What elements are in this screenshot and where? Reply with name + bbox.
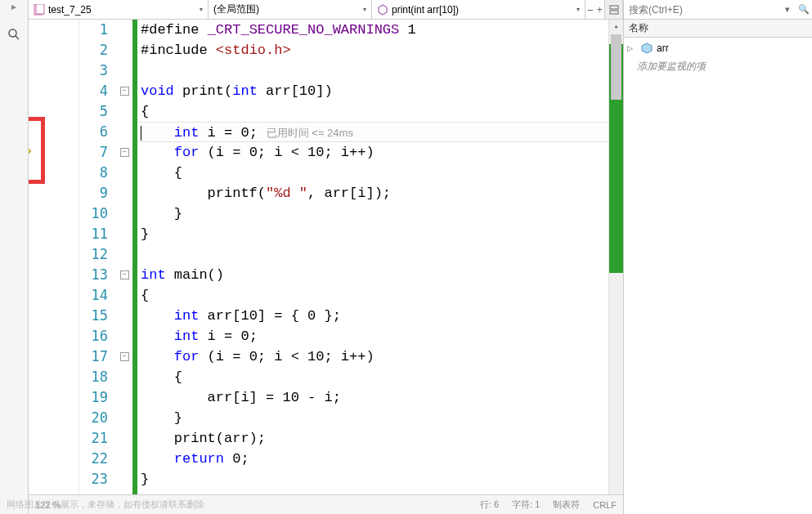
fold-toggle-icon[interactable]: − — [120, 352, 129, 361]
nav-plus-button[interactable]: ‒ + — [585, 0, 605, 19]
line-number: 21 — [79, 428, 108, 449]
svg-point-0 — [9, 29, 16, 37]
code-line[interactable]: int i = 0; 已用时间 <= 24ms — [137, 122, 608, 142]
code-line[interactable]: { — [137, 101, 608, 122]
fold-cell — [116, 183, 132, 203]
line-number: 1 — [79, 20, 108, 40]
code-line[interactable]: print(arr); — [137, 428, 608, 449]
line-number: 12 — [79, 244, 108, 265]
fold-cell[interactable]: − — [116, 265, 132, 285]
navigation-bar: test_7_25 ▾ (全局范围) ▾ print(int arr[10]) … — [29, 0, 623, 20]
fold-cell — [116, 101, 132, 122]
scroll-up-icon[interactable]: ▴ — [609, 20, 623, 34]
fold-toggle-icon[interactable]: − — [120, 87, 129, 96]
fold-cell — [116, 20, 132, 40]
code-line[interactable] — [137, 244, 608, 265]
code-line[interactable]: return 0; — [137, 449, 608, 469]
svg-rect-5 — [610, 11, 618, 14]
watch-search[interactable]: ▾ 🔍 — [624, 0, 812, 20]
member-label: print(int arr[10]) — [392, 4, 459, 16]
breakpoint-margin[interactable] — [29, 20, 79, 494]
search-dropdown-icon[interactable]: ▾ — [779, 4, 796, 15]
code-line[interactable]: arr[i] = 10 - i; — [137, 387, 608, 408]
dropdown-icon: ▾ — [363, 6, 366, 13]
code-line[interactable]: { — [137, 163, 608, 183]
line-number: 10 — [79, 203, 108, 224]
watch-list: ▷ arr 添加要监视的项 — [624, 38, 812, 514]
line-number: 9 — [79, 183, 108, 203]
watch-item[interactable]: ▷ arr — [624, 39, 812, 57]
vertical-scrollbar[interactable]: ▴ — [608, 20, 623, 494]
fold-cell[interactable]: − — [116, 346, 132, 367]
line-number: 16 — [79, 326, 108, 346]
svg-rect-3 — [36, 4, 44, 14]
expand-icon[interactable]: ▷ — [627, 44, 637, 52]
file-scope-combo[interactable]: test_7_25 ▾ — [29, 0, 209, 19]
fold-cell — [116, 285, 132, 306]
watch-add-hint[interactable]: 添加要监视的项 — [624, 57, 812, 75]
code-line[interactable] — [137, 60, 608, 81]
fold-cell — [116, 387, 132, 408]
fold-cell — [116, 203, 132, 224]
fold-toggle-icon[interactable]: − — [120, 148, 129, 157]
fold-cell — [116, 122, 132, 142]
code-line[interactable]: printf("%d ", arr[i]); — [137, 183, 608, 203]
line-number: 5 — [79, 101, 108, 122]
code-line[interactable]: int main() — [137, 265, 608, 285]
fold-cell[interactable]: − — [116, 81, 132, 101]
line-number: 13 — [79, 265, 108, 285]
scope-combo[interactable]: (全局范围) ▾ — [209, 0, 372, 19]
search-go-icon[interactable]: 🔍 — [796, 4, 812, 15]
scrollbar-thumb[interactable] — [611, 34, 621, 100]
search-icon[interactable] — [7, 28, 20, 41]
watch-panel: ▾ 🔍 名称 ▷ arr 添加要监视的项 — [624, 0, 812, 514]
variable-icon — [640, 42, 653, 54]
watermark-text: 网络图片仅供展示，未存储，如有侵权请联系删除 — [7, 498, 204, 511]
execution-pointer-icon — [29, 144, 32, 159]
dropdown-icon: ▾ — [200, 6, 203, 13]
collapse-triangle-icon[interactable] — [10, 3, 18, 11]
code-line[interactable]: } — [137, 224, 608, 244]
code-line[interactable]: for (i = 0; i < 10; i++) — [137, 346, 608, 367]
code-line[interactable]: int arr[10] = { 0 }; — [137, 306, 608, 326]
status-crlf: CRLF — [593, 500, 617, 510]
line-number: 8 — [79, 163, 108, 183]
line-number: 15 — [79, 306, 108, 326]
line-number: 17 — [79, 346, 108, 367]
fold-toggle-icon[interactable]: − — [120, 270, 129, 279]
code-line[interactable]: #include <stdio.h> — [137, 40, 608, 60]
fold-cell — [116, 163, 132, 183]
fold-cell — [116, 244, 132, 265]
code-line[interactable]: #define _CRT_SECURE_NO_WARNINGS 1 — [137, 20, 608, 40]
fold-cell — [116, 428, 132, 449]
code-line[interactable]: } — [137, 408, 608, 428]
watch-column-header[interactable]: 名称 — [624, 20, 812, 38]
method-icon — [377, 4, 388, 16]
code-editor[interactable]: 1234567891011121314151617181920212223 −−… — [29, 20, 623, 494]
fold-cell — [116, 224, 132, 244]
watch-item-name: arr — [657, 42, 669, 54]
code-area[interactable]: #define _CRT_SECURE_NO_WARNINGS 1#includ… — [137, 20, 608, 494]
fold-cell — [116, 326, 132, 346]
scope-label: (全局范围) — [213, 2, 259, 16]
code-line[interactable]: } — [137, 469, 608, 489]
code-line[interactable]: int i = 0; — [137, 326, 608, 346]
line-number: 7 — [79, 142, 108, 163]
left-toolbar — [0, 0, 29, 514]
fold-cell — [116, 60, 132, 81]
splitter-icon[interactable] — [605, 0, 623, 19]
file-icon — [34, 4, 45, 16]
code-line[interactable]: void print(int arr[10]) — [137, 81, 608, 101]
code-line[interactable]: { — [137, 285, 608, 306]
fold-cell[interactable]: − — [116, 142, 132, 163]
line-number: 20 — [79, 408, 108, 428]
code-line[interactable]: for (i = 0; i < 10; i++) — [137, 142, 608, 163]
line-number: 2 — [79, 40, 108, 60]
fold-cell — [116, 367, 132, 387]
member-combo[interactable]: print(int arr[10]) ▾ — [372, 0, 585, 19]
svg-line-1 — [16, 36, 19, 39]
fold-cell — [116, 449, 132, 469]
code-line[interactable]: } — [137, 203, 608, 224]
code-line[interactable]: { — [137, 367, 608, 387]
search-input[interactable] — [624, 2, 779, 18]
